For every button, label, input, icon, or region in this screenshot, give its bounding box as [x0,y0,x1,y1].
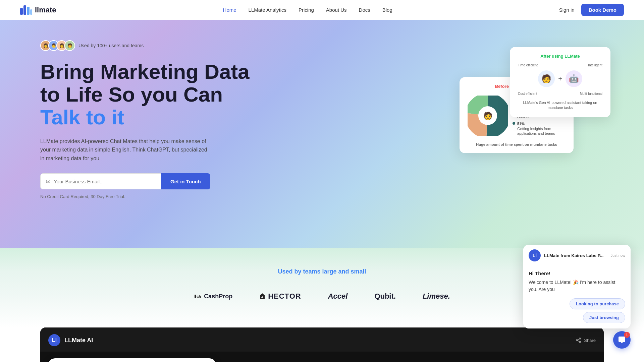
chat-option-purchase[interactable]: Looking to purchase [570,298,625,309]
brand-hector: HECTOR [259,292,301,301]
svg-rect-9 [195,295,196,298]
before-card-footer: Huge amount of time spent on mundane tas… [468,142,566,146]
after-badges-bottom: Cost efficient Multi-functional [518,92,602,96]
nav-docs[interactable]: Docs [359,7,370,13]
brands-link[interactable]: large and small [322,268,366,275]
badge-cost-efficient: Cost efficient [518,92,537,96]
get-in-touch-button[interactable]: Get in Touch [161,173,210,189]
badge-multi-functional: Multi-functional [580,92,602,96]
plus-symbol: + [558,75,562,83]
chat-popup-time: Just now [611,253,625,257]
chat-message: Welcome to LLMate! 🎉 I'm here to assist … [529,279,625,293]
chat-widget: Ll LLMate from Kairos Labs P... Just now… [523,245,631,349]
avatar-stack: 👩 👨 👩 🧑 [40,40,75,51]
chat-popup-avatar: Ll [529,249,541,261]
main-nav: Home LLMate Analytics Pricing About Us D… [223,7,392,13]
brand-accel: Accel [328,292,348,301]
nav-about[interactable]: About Us [326,7,347,13]
video-card: Ll LLMate AI Share 🧑 How are our paid vs… [40,327,604,362]
hero-content: 👩 👨 👩 🧑 Used by 100+ users and teams Bri… [40,40,250,199]
video-body: 🧑 How are our paid vs. organic social ca… [40,352,604,362]
nav-home[interactable]: Home [223,7,236,13]
chat-greeting: Hi There! [529,270,625,276]
chat-fab-button[interactable]: 1 [613,331,631,349]
chat-options: Looking to purchase Just browsing [523,298,631,328]
no-cc-text: No Credit Card Required, 30 Day Free Tri… [40,194,250,199]
navbar-actions: Sign in Book Demo [559,4,624,16]
hero-cards-area: After using LLMate Time efficient Intell… [460,47,610,123]
logo-icon [20,5,32,15]
hero-title-line1: Bring Marketing Data [40,60,250,83]
email-form: ✉ Get in Touch [40,173,250,189]
badge-intelligent: Intelligent [588,63,602,67]
hero-section: 👩 👨 👩 🧑 Used by 100+ users and teams Bri… [0,20,644,248]
signin-link[interactable]: Sign in [559,7,575,13]
brands-logos: c/o CashProp HECTOR Accel Qubit. Limese. [40,292,604,301]
brand-limese: Limese. [423,292,450,301]
email-input-wrapper: ✉ [40,173,161,189]
after-icons-row: 🧑 + 🤖 [518,70,602,87]
human-icon: 🧑 [538,70,555,87]
svg-text:🧑: 🧑 [483,111,493,120]
logo[interactable]: llmate [20,5,56,15]
legend-insights: 51%Getting Insights from applications an… [513,121,566,136]
avatar-4: 🧑 [64,40,75,51]
nav-pricing[interactable]: Pricing [299,7,314,13]
svg-text:c/o: c/o [197,294,201,299]
after-badges-top: Time efficient Intelligent [518,63,602,67]
chat-fab-badge: 1 [624,332,630,338]
after-card-title: After using LLMate [518,54,602,59]
brands-intro: Used by teams large and small [40,268,604,275]
video-logo-icon: Ll [48,334,60,346]
nav-blog[interactable]: Blog [382,7,392,13]
hero-title: Bring Marketing Data to Life So you Can … [40,60,250,129]
hero-title-blue: Talk to it [40,106,124,129]
book-demo-button[interactable]: Book Demo [581,4,624,16]
hero-description: LLMate provides AI-powered Chat Mates th… [40,137,208,163]
robot-icon: 🤖 [566,70,582,87]
chat-popup-header: Ll LLMate from Kairos Labs P... Just now [523,245,631,265]
hero-title-line2: to Life So you Can [40,83,223,106]
after-card: After using LLMate Time efficient Intell… [510,47,610,117]
after-card-description: LLMate's Gen AI-powered assistant taking… [518,100,602,111]
video-logo-area: Ll LLMate AI [48,334,93,346]
svg-rect-1 [23,5,26,15]
badge-time-efficient: Time efficient [518,63,538,67]
used-by-row: 👩 👨 👩 🧑 Used by 100+ users and teams [40,40,250,51]
chat-bubble: 🧑 How are our paid vs. organic social ca… [48,358,216,362]
brand-qubit: Qubit. [374,292,396,301]
chat-option-browsing[interactable]: Just browsing [583,312,625,323]
navbar: llmate Home LLMate Analytics Pricing Abo… [0,0,644,20]
pie-chart: 🧑 [468,96,508,136]
used-by-text: Used by 100+ users and teams [78,43,144,48]
svg-rect-2 [27,7,30,15]
video-header: Ll LLMate AI Share [40,327,604,352]
video-title: LLMate AI [64,337,93,344]
brand-cashprop: c/o CashProp [194,293,232,300]
email-input[interactable] [54,179,155,184]
chat-popup: Ll LLMate from Kairos Labs P... Just now… [523,245,631,328]
chat-popup-body: Hi There! Welcome to LLMate! 🎉 I'm here … [523,265,631,298]
nav-analytics[interactable]: LLMate Analytics [249,7,286,13]
svg-rect-0 [20,8,23,15]
logo-text: llmate [35,6,56,14]
chat-popup-sender: LLMate from Kairos Labs P... [544,253,603,258]
svg-rect-3 [30,9,32,15]
mail-icon: ✉ [46,178,50,185]
